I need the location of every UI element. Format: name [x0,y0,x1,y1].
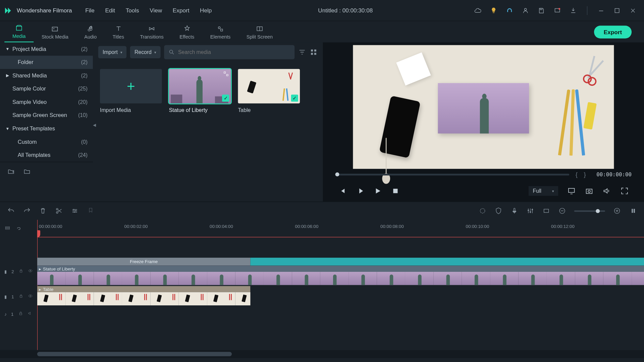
mark-out-icon[interactable]: } [584,171,586,178]
tab-split-screen[interactable]: Split Screen [238,21,281,42]
tab-effects[interactable]: Effects [172,21,203,42]
link-icon[interactable] [15,226,21,232]
svg-rect-43 [19,313,21,315]
display-icon[interactable] [567,186,576,195]
message-icon[interactable] [553,6,561,14]
account-icon[interactable] [522,6,530,14]
tab-titles[interactable]: Titles [105,21,132,42]
media-card-table[interactable]: ✓ Table [238,69,300,113]
export-button[interactable]: Export [594,25,632,38]
support-icon[interactable] [505,6,514,14]
svg-rect-14 [311,53,313,55]
fit-icon[interactable] [629,207,637,215]
sidebar-item-sample-green-screen[interactable]: Sample Green Screen(10) [0,109,93,122]
aspect-icon[interactable] [542,207,550,215]
sidebar-item-shared-media[interactable]: ▶Shared Media(2) [0,69,93,82]
redo-icon[interactable] [23,207,31,215]
import-dropdown[interactable]: Import▾ [98,46,126,58]
search-media[interactable] [164,45,294,59]
quality-dropdown[interactable]: Full▾ [528,186,558,196]
mark-in-icon[interactable]: { [576,171,578,178]
sidebar-item-all-templates[interactable]: All Templates(24) [0,148,93,162]
lock-icon[interactable] [18,268,23,274]
clip-statue[interactable]: ▸Statue of Liberty [37,266,644,285]
new-folder-icon[interactable] [7,167,15,175]
tab-media[interactable]: Media [4,21,34,42]
audio-track-icon: ♪ [4,311,7,316]
menu-view[interactable]: View [145,4,168,16]
timeline-tracks[interactable]: 00:00:00:00 00:00:02:00 00:00:04:00 00:0… [37,220,644,350]
lock-icon[interactable] [18,294,23,300]
close-icon[interactable] [629,6,637,14]
tab-transitions[interactable]: Transitions [132,21,172,42]
adjust-icon[interactable] [71,207,79,215]
marker-icon[interactable] [87,207,95,215]
minimize-icon[interactable] [597,6,605,14]
tab-audio[interactable]: Audio [76,21,105,42]
zoom-out-icon[interactable] [558,207,566,215]
clip-table[interactable]: ▸Table [37,286,251,305]
lock-icon[interactable] [18,311,23,317]
sidebar-item-project-media[interactable]: ▼Project Media(2) [0,43,93,56]
sidebar-item-custom[interactable]: Custom(0) [0,135,93,149]
download-icon[interactable] [569,6,577,14]
preview-canvas[interactable] [353,45,614,169]
freeze-frame-bar[interactable]: Freeze Frame [37,258,251,266]
track-manage-icon[interactable] [4,226,10,232]
mute-icon[interactable] [28,311,33,317]
save-icon[interactable] [537,6,545,14]
tips-icon[interactable] [490,6,498,14]
undo-icon[interactable] [7,207,15,215]
play-icon[interactable] [373,186,382,195]
mic-icon[interactable] [511,207,519,215]
svg-point-11 [169,50,172,53]
sidebar-item-sample-video[interactable]: Sample Video(20) [0,96,93,109]
prev-frame-icon[interactable] [338,186,346,195]
mixer-icon[interactable] [526,207,534,215]
media-card-statue[interactable]: ✓ Statue of Liberty [169,69,231,113]
cloud-icon[interactable] [474,6,482,14]
menu-file[interactable]: File [80,4,100,16]
sidebar-item-folder[interactable]: Folder(2) [0,56,93,69]
timeline-ruler[interactable]: 00:00:00:00 00:00:02:00 00:00:04:00 00:0… [37,220,644,237]
fullscreen-icon[interactable] [620,186,629,195]
clip-effect-bar[interactable] [250,258,644,266]
play-pause-icon[interactable] [356,186,364,195]
folder-icon[interactable] [23,167,31,175]
tab-elements[interactable]: Elements [202,21,238,42]
zoom-in-icon[interactable] [613,207,621,215]
maximize-icon[interactable] [613,6,621,14]
import-media-card[interactable]: + Import Media [100,69,162,113]
search-input[interactable] [178,49,290,55]
tab-stock-media[interactable]: Stock Media [34,21,76,42]
sidebar-collapse-icon[interactable]: ◀ [93,118,97,133]
delete-icon[interactable] [39,207,47,215]
shield-icon[interactable] [494,207,502,215]
menu-tools[interactable]: Tools [120,4,145,16]
menu-edit[interactable]: Edit [100,4,120,16]
color-icon[interactable] [479,207,487,215]
menu-export[interactable]: Export [167,4,195,16]
svg-rect-5 [16,26,22,30]
snapshot-icon[interactable] [585,186,593,195]
zoom-slider[interactable] [574,210,605,212]
menu-help[interactable]: Help [195,4,217,16]
preview-scrubber[interactable] [335,174,570,175]
sidebar-item-sample-color[interactable]: Sample Color(25) [0,82,93,96]
record-dropdown[interactable]: Record▾ [130,46,161,58]
eye-icon[interactable] [28,268,33,274]
svg-rect-17 [226,74,228,76]
svg-point-3 [558,8,560,9]
grid-view-icon[interactable] [310,48,318,56]
cut-icon[interactable] [55,207,63,215]
timeline-hscrollbar[interactable] [0,350,644,358]
svg-rect-31 [532,209,533,210]
app-logo [4,6,12,15]
expand-icon[interactable] [223,71,229,77]
stop-icon[interactable] [391,186,400,195]
filter-icon[interactable] [298,48,306,56]
sidebar-item-preset-templates[interactable]: ▼Preset Templates [0,122,93,135]
track-head-a1: ♪1 [0,308,37,319]
eye-icon[interactable] [28,294,33,300]
volume-icon[interactable] [602,186,611,195]
